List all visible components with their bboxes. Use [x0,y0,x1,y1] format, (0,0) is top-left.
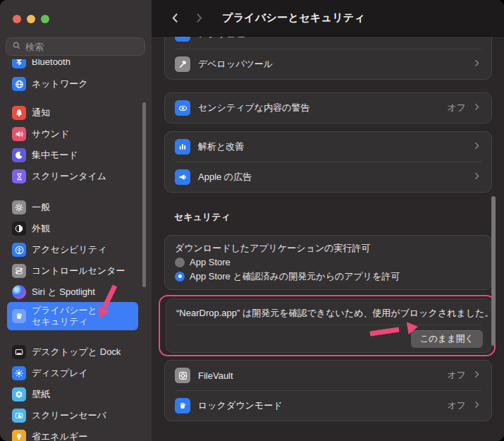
accessibility-icon [12,243,26,257]
sidebar-item-siri[interactable]: Siri と Spotlight [7,284,138,301]
sidebar-item-label: サウンド [32,128,69,140]
sidebar-scrollbar[interactable] [142,102,146,287]
hand-icon [175,398,190,413]
chevron-right-icon [472,102,481,114]
sidebar-item-label: 集中モード [32,149,78,162]
row-value: オフ [447,399,466,412]
gear-icon [12,200,26,215]
sidebar-item-label: コントロールセンター [32,265,125,277]
screensaver-icon [12,409,26,423]
radio-selected-icon[interactable] [175,272,185,282]
bell-icon [12,106,26,120]
sidebar-item-label: 一般 [32,201,50,214]
card-gatekeeper: ダウンロードしたアプリケーションの実行許可 App Store App Stor… [164,235,492,290]
forward-button[interactable] [191,11,207,26]
chevron-right-icon [472,37,481,40]
system-settings-window: Bluetooth ネットワーク 通知 サウンド [0,0,504,441]
speaker-icon [12,127,26,141]
sidebar-top-bar [0,0,152,59]
sidebar-item-label: ネットワーク [32,78,88,90]
bar-chart-icon [175,139,190,155]
sidebar-item-screensaver[interactable]: スクリーンセーバ [7,407,138,424]
blocked-app-message: “NearDrop.app” は開発元を確認できないため、使用がブロックされまし… [166,299,491,325]
sidebar-item-label: 通知 [32,107,50,119]
sidebar-item-label: プライバシーと セキュリティ [32,305,97,327]
sidebar-item-screentime[interactable]: スクリーンタイム [7,168,138,185]
main-pane: アプリ管理 デベロッパツール センシティブ [152,0,504,441]
security-section-header: セキュリティ [174,211,504,222]
row-value: オフ [447,102,466,114]
search-icon [12,40,21,53]
sidebar-item-label: 壁紙 [32,388,50,401]
sidebar-item-label: アクセシビリティ [32,243,106,256]
desktop-icon [12,345,26,359]
sidebar-item-privacy-security[interactable]: プライバシーと セキュリティ [7,302,138,330]
open-anyway-button[interactable]: このまま開く [411,330,483,348]
globe-icon [12,77,26,91]
search-field[interactable] [6,37,145,56]
sidebar-item-label: Siri と Spotlight [32,286,95,298]
card-analytics-ads: 解析と改善 Apple の広告 [164,131,492,193]
card-blocked-app-alert: “NearDrop.app” は開発元を確認できないため、使用がブロックされまし… [166,298,492,353]
card-filevault-lockdown: FileVault オフ ロックダウンモード オフ [164,360,492,421]
row-filevault[interactable]: FileVault オフ [165,361,491,390]
settings-content: アプリ管理 デベロッパツール センシティブ [152,37,504,441]
search-input[interactable] [25,42,139,52]
sidebar-item-displays[interactable]: ディスプレイ [7,365,138,382]
sidebar-item-focus[interactable]: 集中モード [7,147,138,164]
sidebar-item-label: 省エネルギー [32,430,87,441]
row-apple-ads[interactable]: Apple の広告 [165,162,491,192]
row-analytics[interactable]: 解析と改善 [165,132,491,162]
sidebar-item-appearance[interactable]: 外観 [7,220,138,237]
sidebar-item-network[interactable]: ネットワーク [7,75,138,92]
row-sensitive-content[interactable]: センシティブな内容の警告 オフ [165,93,491,123]
megaphone-icon [175,169,190,185]
radio-option-identified-developers[interactable]: App Store と確認済みの開発元からのアプリを許可 [175,270,481,282]
sidebar-item-general[interactable]: 一般 [7,199,138,216]
radio-option-app-store[interactable]: App Store [175,256,481,268]
siri-icon [12,285,26,299]
minimize-window-button[interactable] [27,15,35,23]
zoom-window-button[interactable] [41,15,49,23]
page-title: プライバシーとセキュリティ [222,11,365,25]
sidebar-item-desktop-dock[interactable]: デスクトップと Dock [7,344,138,361]
row-label: FileVault [198,370,447,381]
chevron-right-icon [472,370,481,381]
sidebar: Bluetooth ネットワーク 通知 サウンド [0,0,152,441]
sidebar-item-label: 外観 [32,222,50,235]
sidebar-item-accessibility[interactable]: アクセシビリティ [7,241,138,258]
sidebar-item-label: デスクトップと Dock [32,346,121,358]
moon-icon [12,148,26,162]
row-label: Apple の広告 [198,171,472,183]
chevron-right-icon [472,141,481,152]
row-label: アプリ管理 [198,37,472,40]
row-lockdown-mode[interactable]: ロックダウンモード オフ [165,391,491,421]
display-icon [12,366,26,380]
sidebar-item-notifications[interactable]: 通知 [7,104,138,121]
chevron-right-icon [472,171,481,183]
control-center-icon [12,264,26,278]
row-label: デベロッパツール [198,58,472,71]
sidebar-item-label: スクリーンタイム [32,170,106,183]
sidebar-item-control-center[interactable]: コントロールセンター [7,262,138,279]
content-scrollbar[interactable] [491,196,496,346]
sidebar-item-sound[interactable]: サウンド [7,126,138,143]
card-app-tools: アプリ管理 デベロッパツール [164,37,492,80]
sidebar-item-label: スクリーンセーバ [32,409,106,422]
sidebar-item-energy[interactable]: 省エネルギー [7,428,138,441]
lightbulb-icon [12,430,26,441]
hammer-icon [175,56,190,72]
app-management-icon [175,37,190,42]
chevron-right-icon [472,400,481,411]
hand-icon [12,309,26,323]
radio-unselected-icon[interactable] [175,258,185,267]
back-button[interactable] [167,11,183,26]
hourglass-icon [12,169,26,183]
gatekeeper-title: ダウンロードしたアプリケーションの実行許可 [175,242,481,254]
sidebar-item-wallpaper[interactable]: 壁紙 [7,386,138,403]
radio-label: App Store [190,257,231,267]
row-developer-tools[interactable]: デベロッパツール [165,49,491,79]
chevron-right-icon [472,59,481,70]
row-app-management[interactable]: アプリ管理 [165,37,491,49]
close-window-button[interactable] [13,15,21,23]
